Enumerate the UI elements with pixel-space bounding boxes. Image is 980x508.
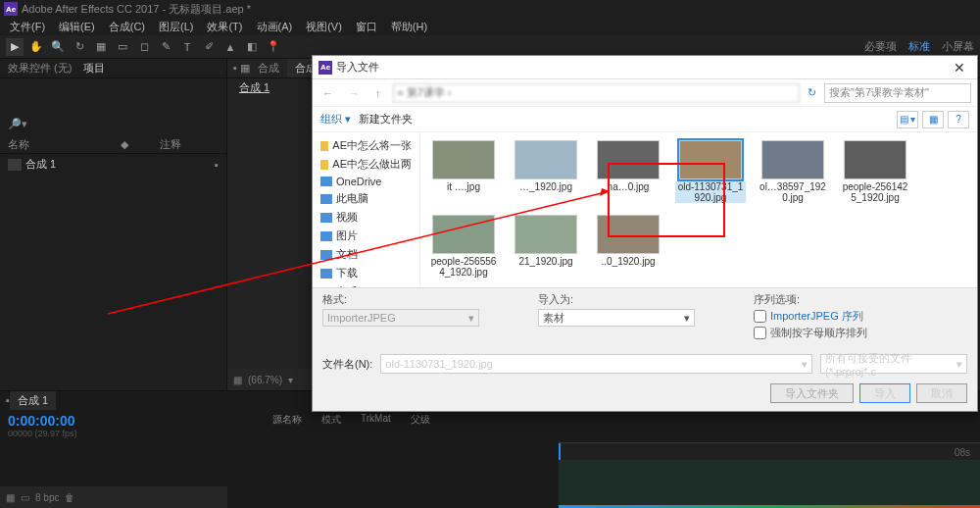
format-select: ImporterJPEG▾ (322, 309, 479, 327)
timeline-ruler[interactable]: 08s (559, 442, 980, 460)
menu-window[interactable]: 窗口 (350, 18, 383, 36)
seq-checkbox[interactable]: ImporterJPEG 序列 (754, 309, 867, 324)
viewer-mag-icon[interactable]: ▦ (233, 375, 242, 385)
file-item[interactable]: people-2561425_1920.jpg (840, 140, 910, 203)
workspace-standard[interactable]: 标准 (908, 39, 930, 54)
hand-tool[interactable]: ✋ (27, 38, 45, 56)
project-item[interactable]: 合成 1 ▪ (0, 154, 226, 175)
file-item[interactable]: it ….jpg (428, 140, 499, 203)
help-icon[interactable]: ? (948, 111, 969, 128)
import-folder-button[interactable]: 导入文件夹 (770, 383, 854, 403)
nav-path[interactable]: « 第7课学 › (393, 83, 801, 103)
type-tool[interactable]: T (178, 38, 196, 56)
col-comment[interactable]: 注释 (160, 137, 219, 152)
tl-col-trkmat[interactable]: TrkMat (361, 413, 391, 438)
sidebar-item[interactable]: 此电脑 (313, 189, 419, 208)
tl-col-mode[interactable]: 模式 (321, 413, 341, 438)
menu-layer[interactable]: 图层(L) (153, 18, 199, 36)
filename-input[interactable]: old-1130731_1920.jpg▾ (380, 354, 812, 374)
pan-behind-tool[interactable]: ▭ (114, 38, 131, 56)
app-icon: Ae (4, 2, 18, 16)
nav-refresh-icon[interactable]: ↻ (808, 86, 816, 99)
shape-tool[interactable]: ◻ (135, 38, 153, 56)
folder-icon (320, 160, 328, 170)
file-item[interactable]: ..0_1920.jpg (593, 215, 663, 278)
close-icon[interactable]: ✕ (948, 60, 971, 76)
eraser-tool[interactable]: ◧ (243, 38, 261, 56)
timeline-tab[interactable]: 合成 1 (10, 391, 56, 410)
file-item[interactable]: old-1130731_1920.jpg (675, 140, 746, 203)
layer-icon[interactable]: ▪ ▦ (233, 62, 250, 75)
file-name: ol…38597_1920.jpg (758, 181, 828, 203)
menu-composition[interactable]: 合成(C) (103, 18, 151, 36)
sidebar-item[interactable]: AE中怎么将一张 (313, 136, 419, 155)
tl-col-parent[interactable]: 父级 (411, 413, 430, 438)
sidebar-item[interactable]: 视频 (313, 208, 419, 227)
bpc-label[interactable]: 8 bpc (35, 492, 59, 503)
puppet-tool[interactable]: 📍 (265, 38, 282, 56)
nav-fwd-icon[interactable]: → (345, 87, 364, 99)
search-icon[interactable]: 🔎▾ (8, 118, 27, 130)
sidebar-item[interactable]: AE中怎么做出两 (313, 155, 419, 174)
file-item[interactable]: 21_1920.jpg (511, 215, 581, 278)
new-comp-icon[interactable]: ▦ (6, 492, 15, 503)
sidebar-item[interactable]: OneDrive (313, 174, 419, 189)
file-filter-select[interactable]: 所有可接受的文件 (*.prproj*.c ▾ (820, 354, 967, 374)
new-folder-button[interactable]: 新建文件夹 (359, 112, 413, 127)
panel-tab-effect-controls[interactable]: 效果控件 (无) (8, 61, 72, 76)
tl-col-source[interactable]: 源名称 (272, 413, 302, 438)
sidebar-item[interactable]: 下载 (313, 264, 419, 282)
sidebar-item[interactable]: 文档 (313, 245, 419, 264)
playhead[interactable] (559, 443, 561, 460)
import-as-select[interactable]: 素材▾ (538, 309, 695, 327)
location-icon (320, 177, 332, 186)
col-type-icon[interactable]: ◆ (121, 138, 160, 151)
file-name: ..0_1920.jpg (601, 256, 655, 267)
menu-view[interactable]: 视图(V) (300, 18, 348, 36)
zoom-tool[interactable]: 🔍 (49, 38, 67, 56)
folder-icon (320, 141, 328, 151)
file-item[interactable]: ol…38597_1920.jpg (758, 140, 828, 203)
comp-sub-tab[interactable]: 合成 1 (233, 79, 275, 95)
new-folder-icon[interactable]: ▭ (21, 492, 29, 503)
file-item[interactable]: …_1920.jpg (511, 140, 581, 203)
organize-button[interactable]: 组织 ▾ (320, 112, 351, 127)
import-button[interactable]: 导入 (859, 383, 910, 403)
file-item[interactable]: na…0.jpg (593, 140, 663, 203)
file-name: it ….jpg (447, 181, 480, 192)
menu-edit[interactable]: 编辑(E) (53, 18, 101, 36)
format-label: 格式: (322, 292, 479, 307)
col-name[interactable]: 名称 (8, 137, 121, 152)
workspace-essentials[interactable]: 必要项 (864, 39, 897, 54)
file-item[interactable]: people-2565564_1920.jpg (428, 215, 499, 278)
camera-tool[interactable]: ▦ (92, 38, 110, 56)
view-list-icon[interactable]: ▦ (922, 111, 944, 128)
cancel-button[interactable]: 取消 (916, 383, 967, 403)
selection-tool[interactable]: ▶ (6, 38, 24, 56)
view-thumbs-icon[interactable]: ▤ ▾ (897, 111, 918, 128)
location-icon (320, 250, 332, 260)
force-alpha-checkbox[interactable]: 强制按字母顺序排列 (754, 326, 867, 340)
timecode-fps: 00000 (29.97 fps) (8, 429, 257, 438)
file-thumbnail (597, 140, 660, 179)
nav-back-icon[interactable]: ← (318, 87, 337, 99)
nav-search[interactable]: 搜索"第7课教学素材" (824, 83, 971, 103)
brush-tool[interactable]: ✐ (200, 38, 218, 56)
menu-help[interactable]: 帮助(H) (385, 18, 433, 36)
zoom-readout[interactable]: (66.7%) (248, 375, 282, 385)
workspace-small[interactable]: 小屏幕 (942, 39, 974, 54)
nav-up-icon[interactable]: ↑ (371, 87, 385, 99)
pen-tool[interactable]: ✎ (157, 38, 174, 56)
rotate-tool[interactable]: ↻ (71, 38, 88, 56)
timecode[interactable]: 0:00:00:00 (8, 413, 257, 429)
delete-icon[interactable]: 🗑 (65, 492, 74, 503)
timeline-track-area[interactable] (559, 460, 980, 508)
panel-tab-project[interactable]: 项目 (83, 61, 105, 76)
sidebar-item[interactable]: 图片 (313, 227, 419, 245)
menu-animation[interactable]: 动画(A) (251, 18, 299, 36)
menu-effect[interactable]: 效果(T) (201, 18, 248, 36)
location-icon (320, 231, 332, 241)
clone-tool[interactable]: ▲ (221, 38, 239, 56)
filename-label: 文件名(N): (322, 357, 372, 372)
menu-file[interactable]: 文件(F) (4, 18, 51, 36)
